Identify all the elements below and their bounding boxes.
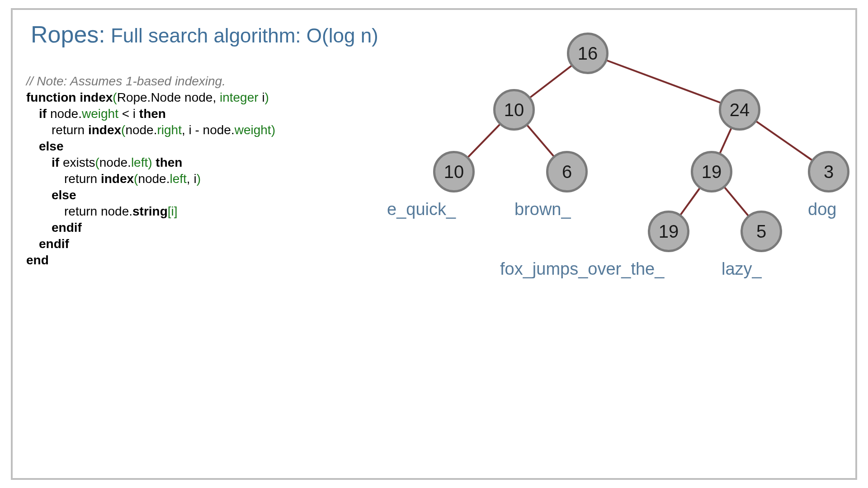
tree-node-l19b: 19 [648,211,689,252]
leaf-text-t_brown: brown_ [514,200,571,219]
tree-node-n10: 10 [493,89,535,131]
tree-node-l5: 5 [741,211,782,252]
edge-root-n24 [588,53,740,110]
tree-node-n24: 24 [719,89,760,131]
leaf-text-t_fox: fox_jumps_over_the_ [500,259,664,279]
tree-edges [13,10,859,482]
slide-frame: Ropes: Full search algorithm: O(log n) /… [11,8,857,480]
tree-node-l3: 3 [808,151,849,192]
leaf-text-t_dog: dog [808,200,836,219]
leaf-text-t_lazy: lazy_ [722,259,762,279]
tree-node-n19: 19 [691,151,732,192]
tree-node-root: 16 [567,33,609,74]
tree-node-l10: 10 [433,151,475,192]
leaf-text-t_quick: e_quick_ [387,200,456,219]
tree-node-l6: 6 [546,151,588,192]
